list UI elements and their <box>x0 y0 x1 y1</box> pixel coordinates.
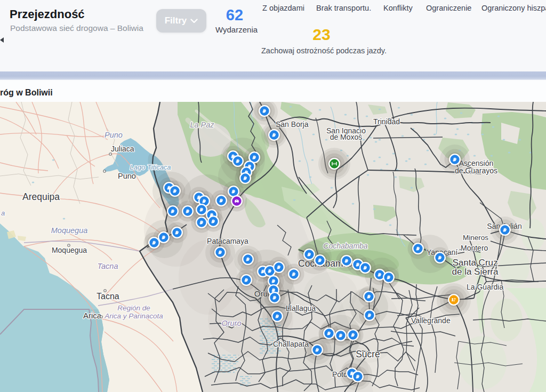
svg-text:de Moxos: de Moxos <box>330 133 363 141</box>
svg-text:Montero: Montero <box>461 244 488 252</box>
svg-text:Challapata: Challapata <box>273 340 309 348</box>
svg-text:La Guardia: La Guardia <box>467 283 503 291</box>
svg-text:Puno: Puno <box>105 131 123 139</box>
svg-text:Trinidad: Trinidad <box>373 117 400 126</box>
svg-text:Arica: Arica <box>83 311 102 320</box>
svg-text:Arequipa: Arequipa <box>22 191 60 202</box>
svg-text:Moquegua: Moquegua <box>52 246 87 254</box>
svg-text:Región de: Región de <box>117 304 150 312</box>
svg-text:La Paz: La Paz <box>190 121 214 129</box>
svg-text:Moquegua: Moquegua <box>51 226 88 235</box>
svg-text:de la Sierra: de la Sierra <box>452 267 499 277</box>
svg-text:Tacna: Tacna <box>98 262 118 270</box>
svg-text:Vallegrande: Vallegrande <box>411 316 451 325</box>
svg-text:Mineros: Mineros <box>463 234 488 242</box>
svg-text:Puno: Puno <box>118 172 136 180</box>
svg-text:Juliaca: Juliaca <box>111 145 134 153</box>
svg-text:Tacna: Tacna <box>97 292 119 301</box>
svg-text:Oruro: Oruro <box>221 319 241 327</box>
svg-text:Cochabamba: Cochabamba <box>323 242 367 250</box>
svg-text:Lago Titicaca: Lago Titicaca <box>130 163 171 171</box>
svg-text:a: a <box>1 209 5 217</box>
svg-text:Arica y Parinacota: Arica y Parinacota <box>104 312 163 320</box>
svg-text:Sucre: Sucre <box>356 349 380 359</box>
